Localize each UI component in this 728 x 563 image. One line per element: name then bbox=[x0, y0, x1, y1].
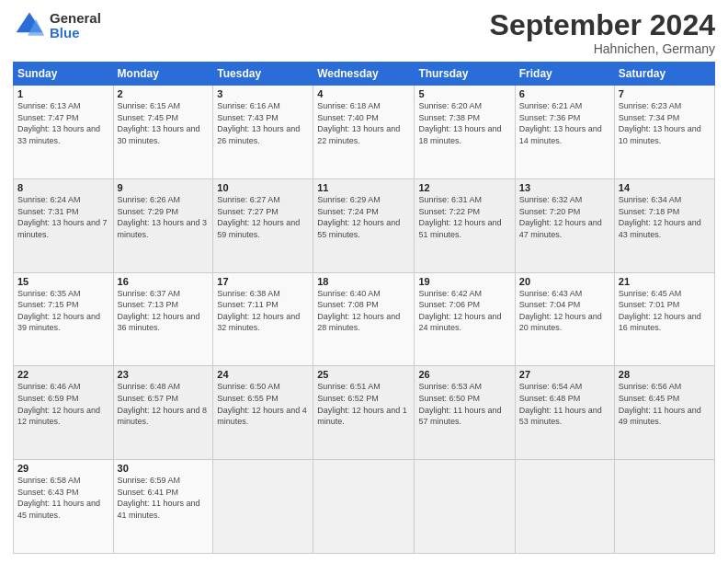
day-number: 8 bbox=[17, 182, 109, 193]
day-info: Sunrise: 6:18 AMSunset: 7:40 PMDaylight:… bbox=[317, 101, 400, 145]
logo-icon bbox=[13, 9, 46, 42]
calendar-header-monday: Monday bbox=[113, 63, 213, 86]
logo: General Blue bbox=[13, 9, 101, 42]
day-number: 18 bbox=[317, 276, 410, 287]
day-number: 10 bbox=[217, 182, 309, 193]
calendar-cell: 11Sunrise: 6:29 AMSunset: 7:24 PMDayligh… bbox=[313, 178, 415, 272]
location: Hahnichen, Germany bbox=[490, 41, 715, 56]
day-info: Sunrise: 6:31 AMSunset: 7:22 PMDaylight:… bbox=[418, 195, 501, 239]
day-number: 12 bbox=[418, 182, 510, 193]
day-number: 14 bbox=[619, 182, 711, 193]
calendar-cell: 19Sunrise: 6:42 AMSunset: 7:06 PMDayligh… bbox=[415, 272, 515, 366]
calendar-week-4: 29Sunrise: 6:58 AMSunset: 6:43 PMDayligh… bbox=[14, 460, 715, 554]
calendar-header-tuesday: Tuesday bbox=[213, 63, 313, 86]
calendar-header-wednesday: Wednesday bbox=[313, 63, 415, 86]
calendar-cell: 28Sunrise: 6:56 AMSunset: 6:45 PMDayligh… bbox=[614, 366, 714, 460]
calendar-cell: 27Sunrise: 6:54 AMSunset: 6:48 PMDayligh… bbox=[515, 366, 614, 460]
calendar: SundayMondayTuesdayWednesdayThursdayFrid… bbox=[13, 62, 715, 554]
day-number: 28 bbox=[619, 369, 711, 380]
day-number: 15 bbox=[17, 276, 109, 287]
day-info: Sunrise: 6:34 AMSunset: 7:18 PMDaylight:… bbox=[619, 195, 701, 239]
calendar-cell bbox=[614, 460, 714, 554]
day-info: Sunrise: 6:45 AMSunset: 7:01 PMDaylight:… bbox=[619, 289, 701, 333]
calendar-cell: 2Sunrise: 6:15 AMSunset: 7:45 PMDaylight… bbox=[113, 86, 213, 179]
day-number: 6 bbox=[519, 88, 610, 99]
calendar-cell bbox=[515, 460, 614, 554]
calendar-cell: 30Sunrise: 6:59 AMSunset: 6:41 PMDayligh… bbox=[113, 460, 213, 554]
day-info: Sunrise: 6:29 AMSunset: 7:24 PMDaylight:… bbox=[317, 195, 400, 239]
calendar-header-saturday: Saturday bbox=[614, 63, 714, 86]
calendar-header-row: SundayMondayTuesdayWednesdayThursdayFrid… bbox=[14, 63, 715, 86]
day-number: 17 bbox=[217, 276, 309, 287]
calendar-cell: 20Sunrise: 6:43 AMSunset: 7:04 PMDayligh… bbox=[515, 272, 614, 366]
calendar-cell: 17Sunrise: 6:38 AMSunset: 7:11 PMDayligh… bbox=[213, 272, 313, 366]
day-number: 24 bbox=[217, 369, 309, 380]
day-number: 9 bbox=[118, 182, 210, 193]
day-info: Sunrise: 6:15 AMSunset: 7:45 PMDaylight:… bbox=[118, 101, 200, 145]
calendar-cell: 9Sunrise: 6:26 AMSunset: 7:29 PMDaylight… bbox=[113, 178, 213, 272]
day-info: Sunrise: 6:27 AMSunset: 7:27 PMDaylight:… bbox=[217, 195, 300, 239]
logo-general-text: General bbox=[50, 11, 101, 27]
calendar-cell: 13Sunrise: 6:32 AMSunset: 7:20 PMDayligh… bbox=[515, 178, 614, 272]
day-number: 21 bbox=[619, 276, 711, 287]
calendar-cell bbox=[213, 460, 313, 554]
day-info: Sunrise: 6:43 AMSunset: 7:04 PMDaylight:… bbox=[519, 289, 602, 333]
calendar-cell: 15Sunrise: 6:35 AMSunset: 7:15 PMDayligh… bbox=[14, 272, 114, 366]
day-number: 23 bbox=[118, 369, 210, 380]
day-number: 2 bbox=[118, 88, 210, 99]
calendar-cell: 26Sunrise: 6:53 AMSunset: 6:50 PMDayligh… bbox=[415, 366, 515, 460]
day-info: Sunrise: 6:42 AMSunset: 7:06 PMDaylight:… bbox=[418, 289, 501, 333]
calendar-week-3: 22Sunrise: 6:46 AMSunset: 6:59 PMDayligh… bbox=[14, 366, 715, 460]
day-number: 22 bbox=[17, 369, 109, 380]
calendar-cell: 21Sunrise: 6:45 AMSunset: 7:01 PMDayligh… bbox=[614, 272, 714, 366]
day-info: Sunrise: 6:23 AMSunset: 7:34 PMDaylight:… bbox=[619, 101, 701, 145]
day-info: Sunrise: 6:32 AMSunset: 7:20 PMDaylight:… bbox=[519, 195, 602, 239]
day-info: Sunrise: 6:58 AMSunset: 6:43 PMDaylight:… bbox=[17, 476, 100, 520]
day-number: 16 bbox=[118, 276, 210, 287]
day-info: Sunrise: 6:20 AMSunset: 7:38 PMDaylight:… bbox=[418, 101, 501, 145]
month-title: September 2024 bbox=[490, 9, 715, 41]
day-number: 4 bbox=[317, 88, 410, 99]
calendar-week-1: 8Sunrise: 6:24 AMSunset: 7:31 PMDaylight… bbox=[14, 178, 715, 272]
day-number: 11 bbox=[317, 182, 410, 193]
calendar-cell: 14Sunrise: 6:34 AMSunset: 7:18 PMDayligh… bbox=[614, 178, 714, 272]
calendar-cell: 22Sunrise: 6:46 AMSunset: 6:59 PMDayligh… bbox=[14, 366, 114, 460]
day-number: 29 bbox=[17, 463, 109, 474]
day-number: 27 bbox=[519, 369, 610, 380]
day-number: 25 bbox=[317, 369, 410, 380]
day-info: Sunrise: 6:21 AMSunset: 7:36 PMDaylight:… bbox=[519, 101, 602, 145]
day-info: Sunrise: 6:26 AMSunset: 7:29 PMDaylight:… bbox=[118, 195, 208, 239]
day-number: 3 bbox=[217, 88, 309, 99]
calendar-cell: 29Sunrise: 6:58 AMSunset: 6:43 PMDayligh… bbox=[14, 460, 114, 554]
calendar-cell: 6Sunrise: 6:21 AMSunset: 7:36 PMDaylight… bbox=[515, 86, 614, 179]
day-number: 30 bbox=[118, 463, 210, 474]
calendar-cell: 12Sunrise: 6:31 AMSunset: 7:22 PMDayligh… bbox=[415, 178, 515, 272]
day-number: 1 bbox=[17, 88, 109, 99]
logo-blue-text: Blue bbox=[50, 26, 101, 41]
calendar-cell: 10Sunrise: 6:27 AMSunset: 7:27 PMDayligh… bbox=[213, 178, 313, 272]
day-info: Sunrise: 6:54 AMSunset: 6:48 PMDaylight:… bbox=[519, 382, 602, 426]
title-block: September 2024 Hahnichen, Germany bbox=[490, 9, 715, 56]
day-info: Sunrise: 6:51 AMSunset: 6:52 PMDaylight:… bbox=[317, 382, 407, 426]
calendar-cell: 24Sunrise: 6:50 AMSunset: 6:55 PMDayligh… bbox=[213, 366, 313, 460]
day-info: Sunrise: 6:24 AMSunset: 7:31 PMDaylight:… bbox=[17, 195, 108, 239]
calendar-cell: 16Sunrise: 6:37 AMSunset: 7:13 PMDayligh… bbox=[113, 272, 213, 366]
day-info: Sunrise: 6:53 AMSunset: 6:50 PMDaylight:… bbox=[418, 382, 501, 426]
calendar-cell: 25Sunrise: 6:51 AMSunset: 6:52 PMDayligh… bbox=[313, 366, 415, 460]
day-number: 13 bbox=[519, 182, 610, 193]
day-info: Sunrise: 6:38 AMSunset: 7:11 PMDaylight:… bbox=[217, 289, 300, 333]
calendar-cell: 5Sunrise: 6:20 AMSunset: 7:38 PMDaylight… bbox=[415, 86, 515, 179]
calendar-cell: 1Sunrise: 6:13 AMSunset: 7:47 PMDaylight… bbox=[14, 86, 114, 179]
calendar-week-0: 1Sunrise: 6:13 AMSunset: 7:47 PMDaylight… bbox=[14, 86, 715, 179]
day-info: Sunrise: 6:40 AMSunset: 7:08 PMDaylight:… bbox=[317, 289, 400, 333]
day-info: Sunrise: 6:50 AMSunset: 6:55 PMDaylight:… bbox=[217, 382, 307, 426]
day-info: Sunrise: 6:59 AMSunset: 6:41 PMDaylight:… bbox=[118, 476, 200, 520]
day-info: Sunrise: 6:48 AMSunset: 6:57 PMDaylight:… bbox=[118, 382, 208, 426]
day-info: Sunrise: 6:56 AMSunset: 6:45 PMDaylight:… bbox=[619, 382, 701, 426]
calendar-cell: 23Sunrise: 6:48 AMSunset: 6:57 PMDayligh… bbox=[113, 366, 213, 460]
day-number: 7 bbox=[619, 88, 711, 99]
day-number: 20 bbox=[519, 276, 610, 287]
calendar-body: 1Sunrise: 6:13 AMSunset: 7:47 PMDaylight… bbox=[14, 86, 715, 554]
day-info: Sunrise: 6:35 AMSunset: 7:15 PMDaylight:… bbox=[17, 289, 100, 333]
calendar-cell: 4Sunrise: 6:18 AMSunset: 7:40 PMDaylight… bbox=[313, 86, 415, 179]
